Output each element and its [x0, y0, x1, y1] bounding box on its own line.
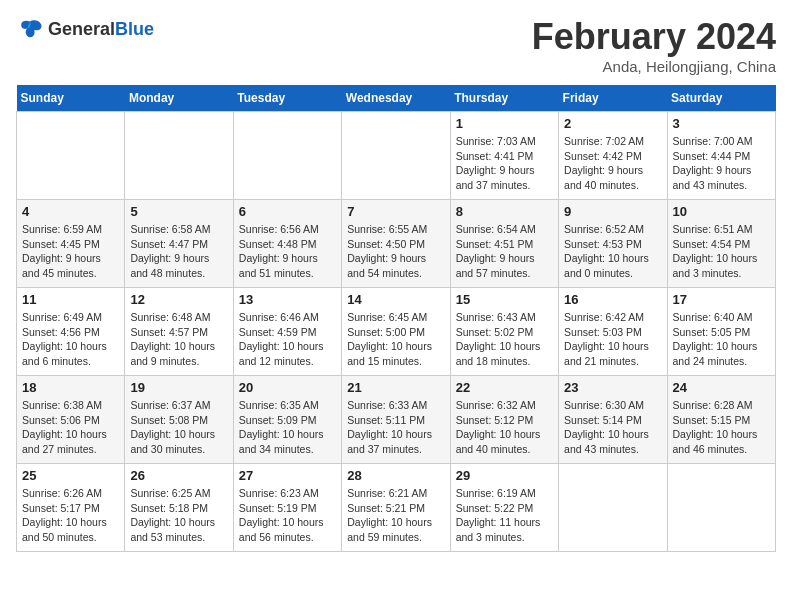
calendar-cell: 6Sunrise: 6:56 AM Sunset: 4:48 PM Daylig…	[233, 200, 341, 288]
calendar-cell: 4Sunrise: 6:59 AM Sunset: 4:45 PM Daylig…	[17, 200, 125, 288]
calendar-cell: 25Sunrise: 6:26 AM Sunset: 5:17 PM Dayli…	[17, 464, 125, 552]
day-info: Sunrise: 6:33 AM Sunset: 5:11 PM Dayligh…	[347, 398, 444, 457]
day-number: 10	[673, 204, 770, 219]
day-info: Sunrise: 6:21 AM Sunset: 5:21 PM Dayligh…	[347, 486, 444, 545]
day-info: Sunrise: 6:58 AM Sunset: 4:47 PM Dayligh…	[130, 222, 227, 281]
week-row-3: 11Sunrise: 6:49 AM Sunset: 4:56 PM Dayli…	[17, 288, 776, 376]
day-info: Sunrise: 6:35 AM Sunset: 5:09 PM Dayligh…	[239, 398, 336, 457]
weekday-header-monday: Monday	[125, 85, 233, 112]
weekday-header-friday: Friday	[559, 85, 667, 112]
day-info: Sunrise: 6:23 AM Sunset: 5:19 PM Dayligh…	[239, 486, 336, 545]
day-number: 7	[347, 204, 444, 219]
week-row-2: 4Sunrise: 6:59 AM Sunset: 4:45 PM Daylig…	[17, 200, 776, 288]
calendar-cell: 9Sunrise: 6:52 AM Sunset: 4:53 PM Daylig…	[559, 200, 667, 288]
calendar-cell: 18Sunrise: 6:38 AM Sunset: 5:06 PM Dayli…	[17, 376, 125, 464]
logo-bird-icon	[16, 16, 44, 44]
day-info: Sunrise: 6:32 AM Sunset: 5:12 PM Dayligh…	[456, 398, 553, 457]
calendar-cell: 23Sunrise: 6:30 AM Sunset: 5:14 PM Dayli…	[559, 376, 667, 464]
day-info: Sunrise: 6:40 AM Sunset: 5:05 PM Dayligh…	[673, 310, 770, 369]
calendar-cell: 13Sunrise: 6:46 AM Sunset: 4:59 PM Dayli…	[233, 288, 341, 376]
location: Anda, Heilongjiang, China	[532, 58, 776, 75]
title-area: February 2024 Anda, Heilongjiang, China	[532, 16, 776, 75]
weekday-header-sunday: Sunday	[17, 85, 125, 112]
day-number: 17	[673, 292, 770, 307]
calendar-cell: 17Sunrise: 6:40 AM Sunset: 5:05 PM Dayli…	[667, 288, 775, 376]
day-info: Sunrise: 6:52 AM Sunset: 4:53 PM Dayligh…	[564, 222, 661, 281]
day-number: 29	[456, 468, 553, 483]
day-number: 5	[130, 204, 227, 219]
calendar-cell: 7Sunrise: 6:55 AM Sunset: 4:50 PM Daylig…	[342, 200, 450, 288]
day-info: Sunrise: 6:38 AM Sunset: 5:06 PM Dayligh…	[22, 398, 119, 457]
calendar-cell: 12Sunrise: 6:48 AM Sunset: 4:57 PM Dayli…	[125, 288, 233, 376]
calendar-cell	[667, 464, 775, 552]
day-number: 25	[22, 468, 119, 483]
calendar-cell: 5Sunrise: 6:58 AM Sunset: 4:47 PM Daylig…	[125, 200, 233, 288]
day-info: Sunrise: 6:43 AM Sunset: 5:02 PM Dayligh…	[456, 310, 553, 369]
logo-blue-text: Blue	[115, 19, 154, 39]
calendar-cell	[233, 112, 341, 200]
calendar-table: SundayMondayTuesdayWednesdayThursdayFrid…	[16, 85, 776, 552]
calendar-cell: 8Sunrise: 6:54 AM Sunset: 4:51 PM Daylig…	[450, 200, 558, 288]
day-number: 12	[130, 292, 227, 307]
day-number: 15	[456, 292, 553, 307]
day-info: Sunrise: 6:54 AM Sunset: 4:51 PM Dayligh…	[456, 222, 553, 281]
calendar-cell	[559, 464, 667, 552]
calendar-cell: 28Sunrise: 6:21 AM Sunset: 5:21 PM Dayli…	[342, 464, 450, 552]
day-number: 16	[564, 292, 661, 307]
day-info: Sunrise: 6:42 AM Sunset: 5:03 PM Dayligh…	[564, 310, 661, 369]
logo-general-text: General	[48, 19, 115, 39]
logo: GeneralBlue	[16, 16, 154, 44]
day-number: 3	[673, 116, 770, 131]
day-number: 23	[564, 380, 661, 395]
weekday-header-saturday: Saturday	[667, 85, 775, 112]
day-info: Sunrise: 6:49 AM Sunset: 4:56 PM Dayligh…	[22, 310, 119, 369]
day-number: 27	[239, 468, 336, 483]
day-number: 9	[564, 204, 661, 219]
day-info: Sunrise: 6:46 AM Sunset: 4:59 PM Dayligh…	[239, 310, 336, 369]
day-number: 13	[239, 292, 336, 307]
calendar-cell: 19Sunrise: 6:37 AM Sunset: 5:08 PM Dayli…	[125, 376, 233, 464]
day-info: Sunrise: 6:45 AM Sunset: 5:00 PM Dayligh…	[347, 310, 444, 369]
calendar-cell: 29Sunrise: 6:19 AM Sunset: 5:22 PM Dayli…	[450, 464, 558, 552]
weekday-header-thursday: Thursday	[450, 85, 558, 112]
calendar-cell	[125, 112, 233, 200]
day-number: 20	[239, 380, 336, 395]
day-info: Sunrise: 6:25 AM Sunset: 5:18 PM Dayligh…	[130, 486, 227, 545]
calendar-cell	[342, 112, 450, 200]
month-title: February 2024	[532, 16, 776, 58]
calendar-cell: 11Sunrise: 6:49 AM Sunset: 4:56 PM Dayli…	[17, 288, 125, 376]
calendar-cell: 27Sunrise: 6:23 AM Sunset: 5:19 PM Dayli…	[233, 464, 341, 552]
day-info: Sunrise: 6:28 AM Sunset: 5:15 PM Dayligh…	[673, 398, 770, 457]
calendar-cell: 14Sunrise: 6:45 AM Sunset: 5:00 PM Dayli…	[342, 288, 450, 376]
calendar-cell: 20Sunrise: 6:35 AM Sunset: 5:09 PM Dayli…	[233, 376, 341, 464]
day-number: 14	[347, 292, 444, 307]
calendar-cell: 24Sunrise: 6:28 AM Sunset: 5:15 PM Dayli…	[667, 376, 775, 464]
day-info: Sunrise: 6:51 AM Sunset: 4:54 PM Dayligh…	[673, 222, 770, 281]
calendar-cell: 21Sunrise: 6:33 AM Sunset: 5:11 PM Dayli…	[342, 376, 450, 464]
day-info: Sunrise: 6:30 AM Sunset: 5:14 PM Dayligh…	[564, 398, 661, 457]
day-number: 19	[130, 380, 227, 395]
day-info: Sunrise: 6:37 AM Sunset: 5:08 PM Dayligh…	[130, 398, 227, 457]
day-number: 21	[347, 380, 444, 395]
calendar-cell: 26Sunrise: 6:25 AM Sunset: 5:18 PM Dayli…	[125, 464, 233, 552]
day-info: Sunrise: 6:48 AM Sunset: 4:57 PM Dayligh…	[130, 310, 227, 369]
day-number: 11	[22, 292, 119, 307]
weekday-header-row: SundayMondayTuesdayWednesdayThursdayFrid…	[17, 85, 776, 112]
day-number: 28	[347, 468, 444, 483]
day-info: Sunrise: 6:26 AM Sunset: 5:17 PM Dayligh…	[22, 486, 119, 545]
week-row-1: 1Sunrise: 7:03 AM Sunset: 4:41 PM Daylig…	[17, 112, 776, 200]
day-number: 6	[239, 204, 336, 219]
calendar-cell: 10Sunrise: 6:51 AM Sunset: 4:54 PM Dayli…	[667, 200, 775, 288]
day-info: Sunrise: 6:19 AM Sunset: 5:22 PM Dayligh…	[456, 486, 553, 545]
calendar-cell: 22Sunrise: 6:32 AM Sunset: 5:12 PM Dayli…	[450, 376, 558, 464]
day-info: Sunrise: 7:00 AM Sunset: 4:44 PM Dayligh…	[673, 134, 770, 193]
day-number: 1	[456, 116, 553, 131]
header: GeneralBlue February 2024 Anda, Heilongj…	[16, 16, 776, 75]
day-number: 24	[673, 380, 770, 395]
day-number: 2	[564, 116, 661, 131]
calendar-cell: 16Sunrise: 6:42 AM Sunset: 5:03 PM Dayli…	[559, 288, 667, 376]
calendar-cell	[17, 112, 125, 200]
week-row-5: 25Sunrise: 6:26 AM Sunset: 5:17 PM Dayli…	[17, 464, 776, 552]
weekday-header-tuesday: Tuesday	[233, 85, 341, 112]
day-info: Sunrise: 6:59 AM Sunset: 4:45 PM Dayligh…	[22, 222, 119, 281]
